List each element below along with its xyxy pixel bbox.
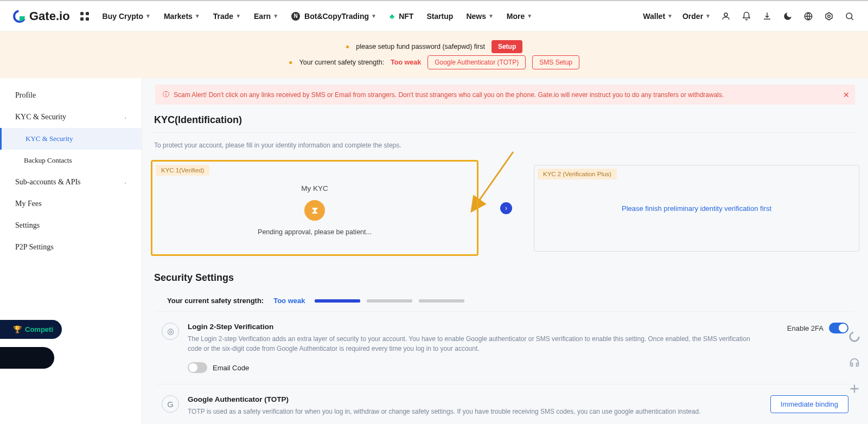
close-icon[interactable]: ✕ [843, 91, 850, 99]
kyc2-card[interactable]: KYC 2 (Verification Plus) Please finish … [534, 165, 859, 252]
flame-icon: ♣ [390, 12, 394, 21]
safety-strength-label: Your current safety strength: [299, 59, 385, 66]
immediate-binding-button[interactable]: Immediate binding [770, 395, 848, 413]
sidebar-subaccounts-apis[interactable]: Sub-accounts & APIs‹ [0, 171, 142, 193]
strength-bar-3 [419, 299, 464, 303]
sidebar-p2p-settings[interactable]: P2P Settings [0, 236, 142, 258]
gate-mini-icon[interactable] [848, 331, 860, 345]
login-2step-desc: The Login 2-step Verification adds an ex… [188, 334, 763, 354]
brand-logo[interactable]: Gate.io [13, 9, 70, 23]
warn-icon: ● [346, 43, 350, 50]
nav-order[interactable]: Order▼ [682, 12, 711, 21]
svg-point-8 [828, 15, 831, 17]
svg-line-10 [475, 152, 513, 206]
strength-bar-1 [315, 299, 360, 303]
nav-news[interactable]: News▼ [466, 12, 493, 21]
nav-markets[interactable]: Markets▼ [164, 12, 200, 21]
svg-rect-4 [86, 17, 89, 21]
strength-row: Your current safety strength: Too weak [151, 290, 859, 311]
scam-alert-text: Scam Alert! Don't click on any links rec… [174, 91, 724, 99]
nav-startup[interactable]: Startup [426, 12, 453, 21]
google-g-icon: G [162, 395, 179, 413]
svg-rect-3 [80, 17, 84, 21]
competition-float[interactable]: 🏆 Competi [0, 320, 62, 339]
main-content: ⓘ Scam Alert! Don't click on any links r… [142, 78, 868, 424]
setup-button[interactable]: Setup [492, 40, 522, 53]
brand-name: Gate.io [29, 9, 70, 23]
sidebar-settings[interactable]: Settings [0, 215, 142, 236]
plus-icon[interactable] [848, 383, 860, 397]
bell-icon[interactable] [741, 11, 752, 22]
kyc2-badge: KYC 2 (Verification Plus) [538, 169, 617, 179]
fund-pwd-text: please setup fund password (safepwd) fir… [356, 43, 485, 50]
kyc-cards-row: KYC 1(Verified) My KYC ⧗ Pending approva… [151, 160, 859, 256]
alert-icon: ⓘ [163, 90, 169, 99]
strength-bar-2 [367, 299, 412, 303]
warn-icon: ● [289, 59, 293, 66]
totp-title: Google Authenticator (TOTP) [188, 395, 762, 403]
svg-rect-1 [80, 12, 84, 15]
theme-icon[interactable] [782, 11, 793, 22]
safety-banner: ● please setup fund password (safepwd) f… [0, 31, 868, 78]
kyc1-heading: My KYC [152, 184, 477, 192]
sidebar-kyc-security-sub[interactable]: KYC & Security [0, 128, 142, 150]
svg-point-11 [850, 332, 859, 342]
hex-n-icon: N [291, 12, 300, 21]
kyc-subtitle: To protect your account, please fill in … [154, 142, 859, 149]
globe-icon[interactable] [803, 11, 814, 22]
enable-2fa-label: Enable 2FA [787, 324, 824, 332]
float-right-icons [848, 331, 860, 397]
kyc-title: KYC(Identification) [154, 114, 859, 126]
login-2step-title: Login 2-Step Verification [188, 323, 778, 331]
sms-setup-button[interactable]: SMS Setup [532, 55, 579, 69]
kyc2-text: Please finish preliminary identity verif… [534, 204, 859, 213]
apps-grid-icon[interactable] [80, 11, 90, 21]
float-pill[interactable] [0, 347, 54, 369]
trophy-icon: 🏆 [13, 325, 22, 333]
sidebar-profile[interactable]: Profile [0, 85, 142, 106]
nav-items: Buy Crypto▼ Markets▼ Trade▼ Earn▼ NBot&C… [103, 12, 643, 21]
svg-point-5 [724, 13, 727, 16]
safety-strength-value: Too weak [391, 59, 421, 66]
nav-buy-crypto[interactable]: Buy Crypto▼ [103, 12, 151, 21]
totp-setup-button[interactable]: Google Authenticator (TOTP) [427, 55, 526, 69]
sidebar-backup-contacts[interactable]: Backup Contacts [0, 150, 142, 171]
sidebar-kyc-security[interactable]: KYC & Security› [0, 106, 142, 128]
search-icon[interactable] [844, 11, 855, 22]
sidebar: Profile KYC & Security› KYC & Security B… [0, 78, 142, 424]
sidebar-my-fees[interactable]: My Fees [0, 193, 142, 215]
arrow-right-icon: › [500, 202, 512, 214]
security-title: Security Settings [154, 272, 859, 284]
totp-item: G Google Authenticator (TOTP) TOTP is us… [156, 384, 854, 424]
nav-earn[interactable]: Earn▼ [254, 12, 278, 21]
chevron-left-icon: ‹ [124, 179, 126, 185]
competition-label: Competi [25, 325, 53, 333]
email-code-label: Email Code [213, 364, 249, 372]
svg-rect-2 [86, 12, 89, 15]
strength-value: Too weak [273, 297, 305, 305]
download-icon[interactable] [762, 11, 773, 22]
kyc1-badge: KYC 1(Verified) [156, 165, 209, 176]
divider [151, 132, 859, 133]
gate-logo-icon [13, 10, 26, 23]
headset-icon[interactable] [848, 357, 860, 371]
nav-bot-copytrading[interactable]: NBot&CopyTrading▼ [291, 12, 376, 21]
nav-more[interactable]: More▼ [507, 12, 532, 21]
svg-point-9 [846, 13, 852, 19]
user-icon[interactable] [720, 11, 731, 22]
currency-icon[interactable] [824, 11, 834, 22]
nav-nft[interactable]: ♣NFT [390, 12, 413, 21]
totp-desc: TOTP is used as a safety verification fo… [188, 407, 762, 416]
strength-bars [315, 299, 464, 303]
scam-alert: ⓘ Scam Alert! Don't click on any links r… [155, 85, 855, 105]
nav-wallet[interactable]: Wallet▼ [643, 12, 673, 21]
kyc1-status: Pending approval, please be patient... [152, 228, 477, 236]
enable-2fa-toggle[interactable] [829, 323, 848, 333]
email-code-toggle[interactable] [188, 362, 207, 373]
svg-marker-7 [826, 12, 832, 20]
kyc1-card[interactable]: KYC 1(Verified) My KYC ⧗ Pending approva… [151, 160, 478, 256]
top-navbar: Gate.io Buy Crypto▼ Markets▼ Trade▼ Earn… [0, 0, 868, 31]
nav-trade[interactable]: Trade▼ [213, 12, 241, 21]
hourglass-icon: ⧗ [304, 200, 325, 221]
nav-right: Wallet▼ Order▼ [643, 11, 855, 22]
